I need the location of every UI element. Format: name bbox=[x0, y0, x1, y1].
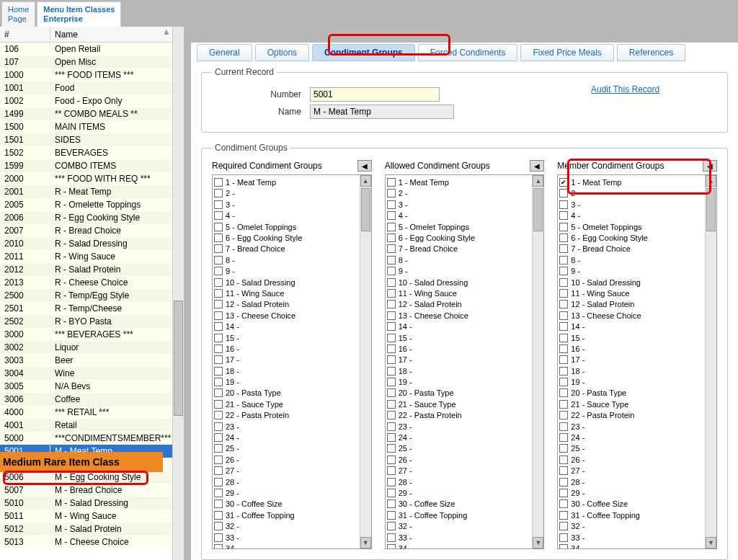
sidebar-row[interactable]: 3004Wine bbox=[0, 367, 172, 380]
checkbox-icon[interactable] bbox=[387, 522, 396, 530]
cg-item[interactable]: 4 - bbox=[214, 210, 358, 221]
scroll-down-icon[interactable]: ▼ bbox=[360, 537, 371, 548]
cg-item[interactable]: 6 - Egg Cooking Style bbox=[387, 232, 531, 243]
checkbox-icon[interactable] bbox=[214, 499, 223, 508]
checkbox-icon[interactable] bbox=[559, 522, 568, 530]
checkbox-icon[interactable] bbox=[214, 189, 223, 197]
checkbox-icon[interactable] bbox=[214, 511, 223, 520]
cg-item[interactable]: 28 - bbox=[559, 476, 703, 487]
checkbox-icon[interactable] bbox=[214, 322, 223, 331]
tab-options[interactable]: Options bbox=[255, 44, 309, 61]
sidebar-row[interactable]: 2010R - Salad Dressing bbox=[0, 237, 172, 250]
checkbox-icon[interactable] bbox=[214, 334, 223, 342]
nav-left-icon[interactable]: ◀ bbox=[530, 160, 544, 172]
sidebar-row[interactable]: 5010M - Salad Dressing bbox=[0, 497, 172, 510]
checkbox-icon[interactable] bbox=[559, 533, 568, 542]
sidebar-row[interactable]: 2501R - Temp/Cheese bbox=[0, 302, 172, 315]
checkbox-icon[interactable] bbox=[387, 455, 396, 464]
cg-item[interactable]: 22 - Pasta Protein bbox=[214, 410, 358, 421]
checkbox-icon[interactable] bbox=[387, 223, 396, 231]
checkbox-icon[interactable] bbox=[559, 178, 568, 187]
checkbox-icon[interactable] bbox=[214, 422, 223, 431]
checkbox-icon[interactable] bbox=[387, 489, 396, 497]
checkbox-icon[interactable] bbox=[387, 411, 396, 419]
cg-list-allowed[interactable]: 1 - Meat Temp2 -3 -4 -5 - Omelet Topping… bbox=[385, 174, 545, 549]
sidebar-row[interactable]: 1599COMBO ITEMS bbox=[0, 159, 172, 172]
checkbox-icon[interactable] bbox=[559, 355, 568, 364]
checkbox-icon[interactable] bbox=[214, 345, 223, 353]
checkbox-icon[interactable] bbox=[387, 256, 396, 265]
cg-item[interactable]: 13 - Cheese Choice bbox=[387, 310, 531, 321]
cg-item[interactable]: 33 - bbox=[387, 532, 531, 543]
cg-item[interactable]: 26 - bbox=[214, 454, 358, 465]
cg-item[interactable]: 34 - bbox=[559, 543, 703, 548]
sidebar-row[interactable]: 1001Food bbox=[0, 81, 172, 94]
cg-item[interactable]: 23 - bbox=[214, 421, 358, 432]
cg-item[interactable]: 25 - bbox=[214, 443, 358, 454]
file-tab-home[interactable]: Home Page bbox=[1, 1, 35, 27]
checkbox-icon[interactable] bbox=[214, 223, 223, 231]
checkbox-icon[interactable] bbox=[214, 522, 223, 530]
cg-item[interactable]: 11 - Wing Sauce bbox=[559, 288, 703, 298]
checkbox-icon[interactable] bbox=[559, 267, 568, 275]
sidebar-row[interactable]: 1501SIDES bbox=[0, 133, 172, 146]
scrollbar-thumb[interactable] bbox=[706, 188, 716, 231]
cg-item[interactable]: 25 - bbox=[387, 443, 531, 454]
cg-item[interactable]: 30 - Coffee Size bbox=[559, 499, 703, 510]
cg-item[interactable]: 23 - bbox=[387, 421, 531, 432]
cg-item[interactable]: 5 - Omelet Toppings bbox=[387, 221, 531, 232]
checkbox-icon[interactable] bbox=[387, 544, 396, 548]
cg-item[interactable]: 2 - bbox=[559, 188, 703, 199]
scroll-down-icon[interactable]: ▼ bbox=[533, 537, 543, 548]
cg-item[interactable]: 17 - bbox=[387, 355, 531, 365]
cg-item[interactable]: 1 - Meat Temp bbox=[559, 177, 703, 187]
sidebar-list[interactable]: 106Open Retail107Open Misc1000*** FOOD I… bbox=[0, 43, 172, 560]
cg-item[interactable]: 7 - Bread Choice bbox=[387, 244, 531, 254]
sidebar-row[interactable]: 107Open Misc bbox=[0, 55, 172, 68]
cg-item[interactable]: 20 - Pasta Type bbox=[559, 388, 703, 399]
checkbox-icon[interactable] bbox=[214, 478, 223, 486]
cg-item[interactable]: 12 - Salad Protein bbox=[387, 299, 531, 310]
sidebar-row[interactable]: 2006R - Egg Cooking Style bbox=[0, 211, 172, 224]
checkbox-icon[interactable] bbox=[559, 367, 568, 375]
sidebar-row[interactable]: 3006Coffee bbox=[0, 393, 172, 406]
nav-left-icon[interactable]: ◀ bbox=[357, 160, 372, 172]
checkbox-icon[interactable] bbox=[387, 311, 396, 320]
cg-item[interactable]: 33 - bbox=[214, 532, 358, 543]
cg-item[interactable]: 9 - bbox=[559, 266, 703, 277]
sidebar-row[interactable]: 2012R - Salad Protein bbox=[0, 263, 172, 276]
cg-item[interactable]: 14 - bbox=[559, 321, 703, 332]
checkbox-icon[interactable] bbox=[214, 211, 223, 220]
checkbox-icon[interactable] bbox=[214, 489, 223, 497]
cg-item[interactable]: 29 - bbox=[214, 487, 358, 498]
checkbox-icon[interactable] bbox=[559, 444, 568, 453]
cg-item[interactable]: 24 - bbox=[559, 432, 703, 443]
cg-item[interactable]: 2 - bbox=[214, 188, 358, 199]
cg-item[interactable]: 11 - Wing Sauce bbox=[214, 288, 358, 298]
cg-item[interactable]: 8 - bbox=[214, 254, 358, 265]
cg-item[interactable]: 1 - Meat Temp bbox=[214, 177, 358, 187]
sidebar-row[interactable]: 2500R - Temp/Egg Style bbox=[0, 289, 172, 302]
checkbox-icon[interactable] bbox=[387, 178, 396, 187]
cg-item[interactable]: 32 - bbox=[387, 520, 531, 531]
sidebar-row[interactable]: 5006M - Egg Cooking Style bbox=[0, 471, 172, 484]
scrollbar-thumb[interactable] bbox=[533, 188, 543, 231]
cg-item[interactable]: 4 - bbox=[559, 210, 703, 221]
audit-link[interactable]: Audit This Record bbox=[591, 84, 659, 94]
sidebar-row[interactable]: 1499** COMBO MEALS ** bbox=[0, 107, 172, 120]
checkbox-icon[interactable] bbox=[387, 422, 396, 431]
scrollbar-thumb[interactable] bbox=[174, 301, 183, 416]
checkbox-icon[interactable] bbox=[559, 289, 568, 298]
sidebar-row[interactable]: 5007M - Bread Choice bbox=[0, 484, 172, 497]
cg-item[interactable]: 21 - Sauce Type bbox=[214, 399, 358, 409]
number-input[interactable] bbox=[310, 87, 440, 102]
cg-item[interactable]: 6 - Egg Cooking Style bbox=[559, 232, 703, 243]
cg-item[interactable]: 32 - bbox=[214, 520, 358, 531]
cg-item[interactable]: 21 - Sauce Type bbox=[559, 399, 703, 409]
sidebar-row[interactable]: 2011R - Wing Sauce bbox=[0, 250, 172, 263]
checkbox-icon[interactable] bbox=[214, 200, 223, 209]
checkbox-icon[interactable] bbox=[559, 499, 568, 508]
cg-item[interactable]: 27 - bbox=[559, 466, 703, 476]
checkbox-icon[interactable] bbox=[387, 334, 396, 342]
sidebar-row[interactable]: 106Open Retail bbox=[0, 43, 172, 55]
